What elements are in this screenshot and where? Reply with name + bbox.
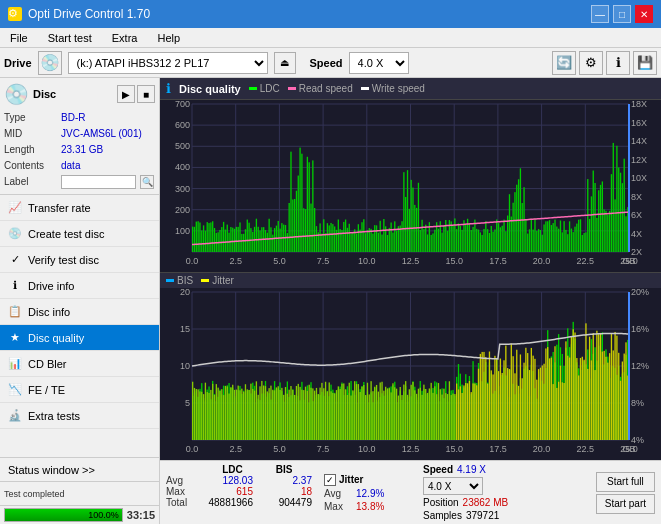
disc-title: Disc (33, 88, 56, 100)
nav-items: 📈 Transfer rate 💿 Create test disc ✓ Ver… (0, 195, 159, 457)
chart-header-icon: ℹ (166, 81, 171, 96)
disc-section: 💿 Disc ▶ ■ Type BD-R MID JVC-AMS6L (001)… (0, 78, 159, 195)
max-ldc: 615 (198, 486, 253, 497)
progress-area: Test completed (0, 481, 159, 505)
menu-start-test[interactable]: Start test (42, 28, 98, 47)
menu-extra[interactable]: Extra (106, 28, 144, 47)
total-bis: 904479 (257, 497, 312, 508)
info-button[interactable]: ℹ (606, 51, 630, 75)
avg-label: Avg (166, 475, 194, 486)
app-icon: ⚙ (8, 7, 22, 21)
bottom-chart-wrapper (160, 288, 661, 460)
sidebar-item-verify-test-disc[interactable]: ✓ Verify test disc (0, 247, 159, 273)
sidebar-item-transfer-rate[interactable]: 📈 Transfer rate (0, 195, 159, 221)
chart-title: Disc quality (179, 83, 241, 95)
bis-header: BIS (264, 464, 304, 475)
mid-label: MID (4, 126, 59, 142)
max-label: Max (166, 486, 194, 497)
start-full-button[interactable]: Start full (596, 472, 655, 492)
minimize-button[interactable]: — (591, 5, 609, 23)
avg-bis: 2.37 (257, 475, 312, 486)
mid-value: JVC-AMS6L (001) (61, 126, 142, 142)
avg-speed: 4.19 X (457, 464, 512, 475)
start-part-button[interactable]: Start part (596, 494, 655, 514)
type-value: BD-R (61, 110, 85, 126)
avg-ldc: 128.03 (198, 475, 253, 486)
jitter-legend-label: Jitter (212, 275, 234, 286)
sidebar-item-cd-bler[interactable]: 📊 CD Bler (0, 351, 159, 377)
refresh-button[interactable]: 🔄 (552, 51, 576, 75)
sidebar-label-create-test-disc: Create test disc (28, 228, 104, 240)
max-bis: 18 (257, 486, 312, 497)
disc-btn1[interactable]: ▶ (117, 85, 135, 103)
fe-te-icon: 📉 (8, 383, 22, 397)
drive-info-icon: ℹ (8, 279, 22, 293)
sidebar-item-fe-te[interactable]: 📉 FE / TE (0, 377, 159, 403)
chart-header: ℹ Disc quality LDC Read speed Write spee… (160, 78, 661, 100)
eject-button[interactable]: ⏏ (274, 52, 296, 74)
charts-container: BIS Jitter (160, 100, 661, 460)
contents-value: data (61, 158, 80, 174)
position-label: Position (423, 497, 459, 508)
sidebar-label-disc-quality: Disc quality (28, 332, 84, 344)
bottom-chart-canvas (160, 288, 661, 460)
progress-percent: 100.0% (88, 510, 119, 520)
sidebar-label-transfer-rate: Transfer rate (28, 202, 91, 214)
drive-select[interactable]: (k:) ATAPI iHBS312 2 PL17 (68, 52, 268, 74)
label-input[interactable] (61, 175, 136, 189)
disc-btn2[interactable]: ■ (137, 85, 155, 103)
sidebar-item-create-test-disc[interactable]: 💿 Create test disc (0, 221, 159, 247)
contents-label: Contents (4, 158, 59, 174)
drive-icon: 💿 (38, 51, 62, 75)
menu-help[interactable]: Help (151, 28, 186, 47)
drive-bar: Drive 💿 (k:) ATAPI iHBS312 2 PL17 ⏏ Spee… (0, 48, 661, 78)
settings-button[interactable]: ⚙ (579, 51, 603, 75)
readspeed-legend-dot (288, 87, 296, 90)
transfer-rate-icon: 📈 (8, 201, 22, 215)
sidebar-item-disc-quality[interactable]: ★ Disc quality (0, 325, 159, 351)
sidebar-item-drive-info[interactable]: ℹ Drive info (0, 273, 159, 299)
total-ldc: 48881966 (198, 497, 253, 508)
max-label2: Max (324, 501, 352, 512)
close-button[interactable]: ✕ (635, 5, 653, 23)
save-button[interactable]: 💾 (633, 51, 657, 75)
status-window-button[interactable]: Status window >> (0, 457, 159, 481)
drive-label: Drive (4, 57, 32, 69)
sidebar-label-extra-tests: Extra tests (28, 410, 80, 422)
length-value: 23.31 GB (61, 142, 103, 158)
maximize-button[interactable]: □ (613, 5, 631, 23)
jitter-label: Jitter (339, 474, 363, 485)
max-jitter: 13.8% (356, 501, 411, 512)
sidebar-item-disc-info[interactable]: 📋 Disc info (0, 299, 159, 325)
ldc-col-header (166, 464, 201, 475)
speed-label: Speed (310, 57, 343, 69)
sidebar-item-extra-tests[interactable]: 🔬 Extra tests (0, 403, 159, 429)
extra-tests-icon: 🔬 (8, 409, 22, 423)
top-chart-wrapper (160, 100, 661, 272)
speed-select[interactable]: 4.0 X 1.0 X 2.0 X 6.0 X 8.0 X (349, 52, 409, 74)
label-label: Label (4, 174, 59, 190)
sidebar-label-fe-te: FE / TE (28, 384, 65, 396)
sidebar-label-cd-bler: CD Bler (28, 358, 67, 370)
sidebar-label-verify-test-disc: Verify test disc (28, 254, 99, 266)
menu-file[interactable]: File (4, 28, 34, 47)
bottom-chart-header: BIS Jitter (160, 272, 661, 288)
menu-bar: File Start test Extra Help (0, 28, 661, 48)
speed-dropdown[interactable]: 4.0 X (423, 477, 483, 495)
position-val: 23862 MB (463, 497, 518, 508)
jitter-checkbox[interactable]: ✓ (324, 474, 336, 486)
jitter-legend-dot (201, 279, 209, 282)
title-bar: ⚙ Opti Drive Control 1.70 — □ ✕ (0, 0, 661, 28)
speed-header: Speed (423, 464, 453, 475)
sidebar: 💿 Disc ▶ ■ Type BD-R MID JVC-AMS6L (001)… (0, 78, 160, 524)
status-text: Test completed (4, 489, 74, 499)
disc-info-icon: 📋 (8, 305, 22, 319)
total-label: Total (166, 497, 194, 508)
bis-legend-dot (166, 279, 174, 282)
writespeed-legend-label: Write speed (372, 83, 425, 94)
cd-bler-icon: 📊 (8, 357, 22, 371)
avg-label2: Avg (324, 488, 352, 499)
label-btn[interactable]: 🔍 (140, 175, 154, 189)
ldc-legend-label: LDC (260, 83, 280, 94)
sidebar-label-drive-info: Drive info (28, 280, 74, 292)
